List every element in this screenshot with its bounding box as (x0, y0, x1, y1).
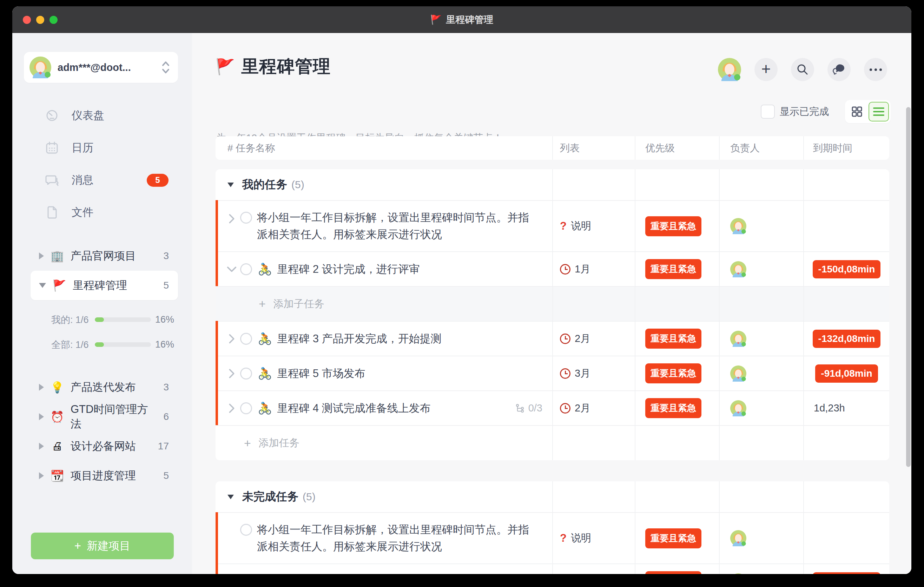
column-header: 优先级 (645, 142, 675, 155)
priority-cell[interactable]: 重要且紧急 (635, 391, 719, 425)
flag-icon: 🚩 (431, 15, 442, 25)
assignee-cell[interactable] (719, 322, 803, 356)
chevron-right-icon[interactable] (228, 213, 236, 224)
assignee-cell[interactable] (719, 391, 803, 425)
priority-cell[interactable]: 重要且紧急 (635, 322, 719, 356)
list-view-button[interactable] (868, 102, 889, 122)
collapse-arrow-icon[interactable] (228, 183, 234, 187)
assignee-cell[interactable] (719, 513, 803, 564)
project-item[interactable]: ⏰ GTD时间管理方法 6 (31, 402, 178, 432)
assignee-cell[interactable] (719, 201, 803, 251)
vertical-scrollbar[interactable] (906, 107, 911, 467)
project-item[interactable]: 💡 产品迭代发布 3 (31, 373, 178, 402)
complete-task-checkbox[interactable] (240, 402, 252, 414)
close-window-button[interactable] (23, 16, 31, 24)
complete-task-checkbox[interactable] (240, 368, 252, 379)
list-cell[interactable]: 1月 (552, 564, 635, 574)
project-label: 项目进度管理 (71, 468, 136, 483)
alarm-clock-icon (560, 264, 571, 275)
project-icon: 🏢 (50, 250, 64, 262)
sidebar-item-dashboard[interactable]: 仪表盘 (12, 99, 192, 132)
due-cell[interactable] (803, 201, 889, 251)
group-header-row[interactable]: 未完成任务 (5) (216, 481, 889, 512)
group-header-row[interactable]: 我的任务 (5) (216, 169, 889, 200)
list-cell[interactable]: 3月 (552, 356, 635, 391)
list-cell[interactable]: 1月 (552, 252, 635, 286)
task-row[interactable]: 🚴 里程碑 3 产品开发完成，开始提测 2月 重要且紧急 -132d,08min (216, 321, 889, 356)
zoom-window-button[interactable] (50, 16, 58, 24)
add-task-row[interactable]: + 添加任务 (216, 425, 889, 460)
chevron-right-icon[interactable] (228, 333, 236, 344)
grid-view-button[interactable] (847, 102, 867, 122)
priority-cell[interactable]: 重要且紧急 (635, 252, 719, 286)
assignee-avatar (730, 331, 746, 347)
collapse-arrow-icon[interactable] (39, 283, 46, 288)
add-button[interactable]: + (754, 58, 777, 81)
task-title: 里程碑 5 市场发布 (277, 365, 365, 382)
task-row[interactable]: 🚴 里程碑 4 测试完成准备线上发布 (216, 391, 889, 425)
due-cell[interactable]: -150d,08min (803, 252, 889, 286)
task-title: 里程碑 3 产品开发完成，开始提测 (277, 330, 441, 347)
complete-task-checkbox[interactable] (240, 333, 252, 345)
task-title: 将小组一年工作目标拆解，设置出里程碑时间节点。并指派相关责任人。用标签来展示进行… (257, 521, 534, 555)
list-label: 说明 (571, 531, 591, 545)
task-row[interactable]: 🚴 里程碑 5 市场发布 3月 重要且紧急 -91d,08min (216, 356, 889, 391)
task-row[interactable]: 将小组一年工作目标拆解，设置出里程碑时间节点。并指派相关责任人。用标签来展示进行… (216, 512, 889, 564)
sidebar-item-files[interactable]: 文件 (12, 196, 192, 229)
project-count: 17 (158, 440, 169, 452)
task-row[interactable]: 将小组一年工作目标拆解，设置出里程碑时间节点。并指派相关责任人。用标签来展示进行… (216, 200, 889, 251)
progress-percent: 16% (155, 314, 174, 325)
new-project-button[interactable]: + 新建项目 (31, 533, 174, 559)
expand-arrow-icon[interactable] (39, 384, 44, 391)
task-row[interactable]: 🚴 里程碑 2 设计完成，进行评审 1月 重要且紧急 -150d,08min (216, 251, 889, 286)
expand-arrow-icon[interactable] (39, 413, 44, 420)
list-cell[interactable]: ? 说明 (552, 513, 635, 564)
due-cell[interactable]: -91d,08min (803, 356, 889, 391)
list-cell[interactable]: ? 说明 (552, 201, 635, 251)
task-row[interactable]: 🚴 里程碑 2 设计完成，进行评审 1月 重要且紧急 -150d,08min (216, 564, 889, 574)
minimize-window-button[interactable] (36, 16, 44, 24)
chat-button[interactable] (827, 58, 851, 81)
project-label: 产品迭代发布 (71, 380, 136, 395)
assignee-cell[interactable] (719, 564, 803, 574)
due-cell[interactable]: -150d,08min (803, 564, 889, 574)
project-item[interactable]: 📆 项目进度管理 5 (31, 461, 178, 490)
priority-badge: 重要且紧急 (645, 363, 701, 383)
due-cell[interactable]: 1d,23h (803, 391, 889, 425)
expand-arrow-icon[interactable] (39, 252, 44, 259)
sidebar-item-calendar[interactable]: 日历 (12, 132, 192, 164)
chevron-right-icon[interactable] (228, 403, 236, 414)
header-actions: + (718, 58, 887, 81)
add-subtask-row[interactable]: + 添加子任务 (216, 286, 889, 321)
project-item-selected[interactable]: 🚩 里程碑管理 5 (31, 271, 178, 300)
search-button[interactable] (791, 58, 814, 81)
priority-cell[interactable]: 重要且紧急 (635, 356, 719, 391)
complete-task-checkbox[interactable] (240, 524, 252, 536)
sidebar-item-label: 文件 (72, 205, 93, 220)
new-project-label: 新建项目 (87, 539, 130, 553)
project-item[interactable]: 🖨 设计必备网站 17 (31, 432, 178, 461)
assignee-cell[interactable] (719, 252, 803, 286)
alarm-clock-icon (560, 403, 571, 414)
expand-arrow-icon[interactable] (39, 472, 44, 479)
collapse-arrow-icon[interactable] (228, 495, 234, 499)
chevron-down-icon[interactable] (228, 264, 236, 275)
assignee-cell[interactable] (719, 356, 803, 391)
show-completed-checkbox[interactable] (761, 105, 775, 119)
due-cell[interactable]: -132d,08min (803, 322, 889, 356)
priority-cell[interactable]: 重要且紧急 (635, 564, 719, 574)
project-item[interactable]: 🏢 产品官网项目 3 (31, 241, 178, 271)
complete-task-checkbox[interactable] (240, 263, 252, 275)
priority-cell[interactable]: 重要且紧急 (635, 513, 719, 564)
complete-task-checkbox[interactable] (240, 212, 252, 224)
user-account-switcher[interactable]: adm***@doot... (24, 52, 178, 83)
sidebar-item-messages[interactable]: 消息 5 (12, 164, 192, 196)
expand-arrow-icon[interactable] (39, 443, 44, 450)
member-avatar[interactable] (718, 58, 741, 81)
due-cell[interactable] (803, 513, 889, 564)
priority-cell[interactable]: 重要且紧急 (635, 201, 719, 251)
more-button[interactable] (864, 58, 887, 81)
chevron-right-icon[interactable] (228, 368, 236, 379)
list-cell[interactable]: 2月 (552, 322, 635, 356)
list-cell[interactable]: 2月 (552, 391, 635, 425)
